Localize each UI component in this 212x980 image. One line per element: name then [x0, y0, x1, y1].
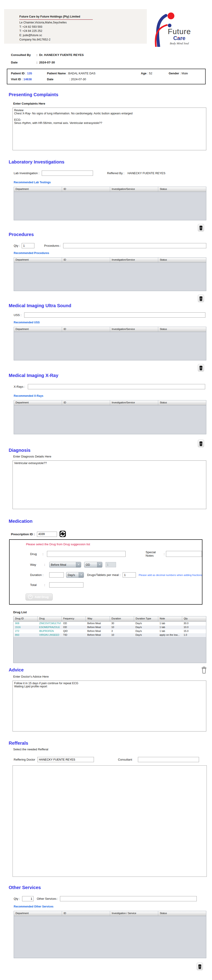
column-header: Department — [14, 187, 62, 192]
trash-icon — [198, 964, 202, 969]
column-header: Department — [14, 327, 62, 332]
uss-table-body[interactable] — [14, 332, 206, 360]
column-header: ID — [62, 911, 110, 916]
consultant-input[interactable] — [138, 757, 199, 762]
company-address: Le Chainter,Victoria,Mahe,Seychelles — [19, 21, 67, 24]
table-row[interactable]: 893 VIRGIN LINSEED TID Before Meal 10 Da… — [13, 633, 206, 637]
refresh-prescription-button[interactable] — [59, 531, 66, 538]
delete-xray-button[interactable] — [198, 440, 204, 447]
consult-date-label: Date — [11, 61, 35, 64]
way-row: Way : Before Meal▼ OD▼ — [30, 562, 202, 568]
delete-advice-button[interactable] — [201, 666, 207, 674]
way-select[interactable]: Before Meal▼ — [49, 562, 81, 568]
delete-procedures-button[interactable] — [198, 295, 204, 302]
delete-lab-button[interactable] — [198, 224, 204, 231]
consultant-label: Consultant — [118, 758, 132, 761]
duration-row: Duration : Day/s▼ Drugs/Tablets per meal… — [30, 572, 202, 578]
colon: : — [37, 61, 38, 64]
table-row[interactable]: 272 IBUPROFEN QID Before Meal 3 Day/s 1 … — [13, 629, 206, 633]
colon: : — [44, 563, 49, 566]
note-cell: 1 tab — [158, 629, 182, 633]
trash-icon — [201, 667, 207, 673]
visit-id-field: Visit ID : 14638 — [11, 78, 47, 81]
column-header: ID — [62, 187, 110, 192]
patient-id-field: Patient ID : 135 — [11, 72, 47, 75]
drug-list-table: Drug ID Drug Fequency Way Duration Durat… — [13, 616, 206, 663]
logo-care-re: re — [180, 35, 186, 41]
trash-icon — [199, 365, 203, 371]
xray-label: X-Rays : — [14, 385, 25, 388]
prescription-id-input[interactable] — [37, 531, 57, 537]
frequency-select[interactable]: OD▼ — [84, 562, 102, 568]
column-header: Investigation/Service — [110, 258, 158, 262]
uss-input[interactable] — [24, 312, 206, 318]
other-qty-input[interactable] — [22, 896, 34, 901]
duration-label: Duration : — [30, 573, 49, 577]
uss-table: Department ID Investigation/Service Stat… — [14, 327, 206, 360]
advice-sublabel: Enter Doctor's Advice Here — [13, 675, 212, 678]
column-header: Note — [158, 616, 182, 621]
xray-table-body[interactable] — [14, 406, 206, 434]
drug-input[interactable] — [47, 551, 125, 557]
lab-table-body[interactable] — [14, 192, 206, 220]
recommended-other-services-label: Recommended Other Services — [14, 905, 212, 908]
table-row[interactable]: 1516 ESOMEPRAZOLE OD Before Meal 10 Day/… — [13, 625, 206, 629]
add-drug-panel: Please select the Drug from Drug suggess… — [9, 539, 202, 605]
logo-wordmark: Future Ca♥re Body Mind Soul — [168, 28, 191, 45]
procedures-table-body[interactable] — [14, 262, 206, 291]
colon: : — [44, 583, 49, 587]
procedures-qty-input[interactable] — [22, 243, 34, 248]
heart-icon: ♥ — [178, 37, 179, 39]
xray-input[interactable] — [28, 384, 205, 389]
refferal-listbox[interactable] — [13, 765, 207, 877]
delete-uss-button[interactable] — [198, 364, 204, 372]
patient-row-2: Visit ID : 14638 Date : 2024-07-30 — [11, 78, 205, 81]
note-cell: apply on the low... — [158, 633, 182, 637]
duration-input[interactable] — [49, 572, 64, 578]
frequency-cell: OD — [61, 622, 86, 625]
column-header: Status — [158, 258, 206, 262]
recommended-procedures-label: Recommended Procedures — [14, 251, 212, 255]
add-drug-button[interactable]: +Add Drug — [26, 593, 53, 600]
drug-suggestion-hint: Please select the Drug from Drug suggess… — [26, 542, 202, 546]
advice-textarea[interactable]: Follow it in 15 days if pain continue fo… — [13, 681, 206, 732]
colon: : — [22, 78, 22, 81]
per-meal-input[interactable] — [123, 572, 136, 578]
patient-banner: Patient ID : 135 Patient Name : BADAL KA… — [7, 68, 206, 84]
consulted-by-value: Dr. HANECKY FUENTE REYES — [39, 53, 84, 57]
company-number: Company No.8417652-2 — [19, 38, 50, 41]
procedures-table-header: Department ID Investigation/Service Stat… — [14, 258, 206, 262]
lab-investigation-label: Lab Investingation : — [14, 172, 39, 175]
delete-other-services-button[interactable] — [197, 963, 203, 970]
reffering-doctor-input[interactable] — [37, 757, 94, 762]
lab-investigation-input[interactable] — [42, 170, 93, 176]
column-header: Status — [158, 327, 206, 332]
table-row[interactable]: 908 ZINCOVIT,MULTIVI OD Before Meal 30 D… — [13, 622, 206, 625]
other-qty-label: Qty : — [14, 897, 20, 900]
complaints-textarea[interactable]: Review Chest X-Ray- No signs of lung inf… — [13, 108, 206, 150]
duration-cell: 10 — [110, 625, 134, 629]
special-notes-input[interactable] — [166, 551, 202, 557]
total-input[interactable] — [49, 582, 84, 587]
duration-cell: 3 — [110, 629, 134, 633]
drug-name-cell: ESOMEPRAZOLE — [38, 625, 62, 629]
company-phone-2: T: +24 84 225 252 — [19, 29, 42, 32]
visit-date-value: 2024-07-30 — [71, 78, 86, 81]
visit-date-label: Date — [47, 78, 53, 81]
duration-cell: 10 — [110, 633, 134, 637]
refferal-row: Reffering Doctor Consultant — [14, 757, 212, 762]
other-services-table-body[interactable] — [14, 916, 206, 958]
company-name: Future Care by Future Holdings (Pty) Lim… — [19, 14, 93, 20]
section-title-other-services: Other Services — [9, 885, 212, 890]
colon: : — [43, 552, 47, 556]
logo-word-future: Future — [168, 28, 191, 35]
total-row: Total : — [30, 582, 202, 587]
other-services-input[interactable] — [60, 896, 197, 901]
prescription-row: Prescription ID : — [11, 531, 212, 538]
diagnosis-textarea[interactable]: Ventricular extrasystole?? — [13, 460, 206, 509]
column-header: ID — [62, 258, 110, 262]
patient-id-label: Patient ID — [11, 72, 25, 75]
duration-type-select[interactable]: Day/s▼ — [66, 572, 84, 578]
procedures-input[interactable] — [63, 243, 206, 248]
other-services-table-header: Department ID Investigation / Service St… — [14, 911, 206, 916]
